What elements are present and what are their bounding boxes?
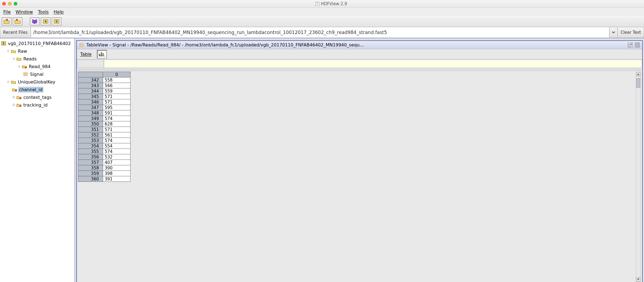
close-icon[interactable] bbox=[2, 2, 6, 5]
table-row[interactable]: 349574 bbox=[78, 116, 131, 121]
row-header[interactable]: 352 bbox=[78, 132, 103, 138]
close-inner-icon[interactable] bbox=[635, 43, 640, 48]
row-header[interactable]: 360 bbox=[78, 176, 103, 182]
object-tree[interactable]: 5 vgb_20170110_FNFAB46402 Raw Reads bbox=[0, 38, 74, 110]
cell-value[interactable]: 398 bbox=[103, 171, 131, 176]
toggle-icon[interactable] bbox=[7, 49, 10, 53]
row-header[interactable]: 346 bbox=[78, 99, 103, 105]
col-header-0[interactable]: 0 bbox=[103, 72, 131, 77]
row-header[interactable]: 351 bbox=[78, 127, 103, 132]
row-header[interactable]: 349 bbox=[78, 116, 103, 121]
tree-node-tracking-id[interactable]: tracking_id bbox=[1, 101, 74, 109]
maximize-icon[interactable] bbox=[14, 2, 17, 5]
table-row[interactable]: 347595 bbox=[78, 105, 131, 110]
menu-window[interactable]: Window bbox=[16, 9, 33, 15]
table-row[interactable]: 360391 bbox=[78, 176, 131, 182]
cell-value[interactable]: 571 bbox=[103, 127, 131, 132]
cell-ref-box[interactable] bbox=[77, 60, 104, 68]
cell-value[interactable]: 391 bbox=[103, 176, 131, 182]
tree-node-context-tags[interactable]: context_tags bbox=[1, 93, 74, 101]
table-row[interactable]: 358390 bbox=[78, 165, 131, 171]
cell-value[interactable]: 559 bbox=[103, 88, 131, 94]
table-row[interactable]: 357407 bbox=[78, 160, 131, 165]
clear-text-button[interactable]: Clear Text bbox=[618, 27, 644, 38]
file-path-input[interactable]: /home3/ont/lambda_fc1/uploaded/vgb_20170… bbox=[31, 27, 609, 38]
row-header[interactable]: 342 bbox=[78, 77, 103, 83]
scroll-thumb[interactable] bbox=[636, 78, 640, 88]
cell-value[interactable]: 558 bbox=[103, 77, 131, 83]
table-row[interactable]: 350628 bbox=[78, 121, 131, 127]
cell-value[interactable]: 407 bbox=[103, 160, 131, 165]
table-row[interactable]: 342558 bbox=[78, 77, 131, 83]
row-header[interactable]: 358 bbox=[78, 165, 103, 171]
path-dropdown-button[interactable] bbox=[609, 27, 618, 38]
chart-button[interactable] bbox=[97, 50, 107, 58]
close-file-button[interactable] bbox=[13, 17, 23, 26]
table-row[interactable]: 348591 bbox=[78, 110, 131, 116]
tree-node-read984[interactable]: Read_984 bbox=[1, 63, 74, 70]
row-header[interactable]: 345 bbox=[78, 94, 103, 99]
table-row[interactable]: 351571 bbox=[78, 127, 131, 132]
menu-file[interactable]: File bbox=[3, 9, 11, 15]
table-row[interactable]: 352561 bbox=[78, 132, 131, 138]
hdf4-button[interactable]: 4 bbox=[41, 17, 51, 26]
scroll-track[interactable] bbox=[636, 77, 640, 277]
tree-node-signal[interactable]: Signal bbox=[1, 70, 74, 78]
cell-value[interactable]: 591 bbox=[103, 110, 131, 116]
toggle-icon[interactable] bbox=[18, 65, 21, 68]
table-row[interactable]: 344559 bbox=[78, 88, 131, 94]
scroll-up-icon[interactable] bbox=[636, 72, 640, 76]
cell-value[interactable]: 390 bbox=[103, 165, 131, 171]
table-row[interactable]: 343566 bbox=[78, 83, 131, 88]
cell-value[interactable]: 561 bbox=[103, 132, 131, 138]
row-header[interactable]: 356 bbox=[78, 154, 103, 160]
cell-value[interactable]: 574 bbox=[103, 149, 131, 154]
table-row[interactable]: 353574 bbox=[78, 138, 131, 143]
cell-value[interactable]: 571 bbox=[103, 94, 131, 99]
formula-bar[interactable] bbox=[104, 60, 642, 68]
row-header[interactable]: 357 bbox=[78, 160, 103, 165]
cell-value[interactable]: 532 bbox=[103, 154, 131, 160]
tree-node-reads[interactable]: Reads bbox=[1, 55, 74, 63]
maximize-inner-icon[interactable] bbox=[628, 43, 633, 48]
toggle-icon[interactable] bbox=[7, 80, 10, 83]
row-header[interactable]: 344 bbox=[78, 88, 103, 94]
row-header[interactable]: 355 bbox=[78, 149, 103, 154]
table-row[interactable]: 356532 bbox=[78, 154, 131, 160]
cell-value[interactable]: 571 bbox=[103, 99, 131, 105]
cell-value[interactable]: 566 bbox=[103, 83, 131, 88]
table-row[interactable]: 354554 bbox=[78, 143, 131, 149]
row-header[interactable]: 347 bbox=[78, 105, 103, 110]
row-header[interactable]: 350 bbox=[78, 121, 103, 127]
table-row[interactable]: 346571 bbox=[78, 99, 131, 105]
open-file-button[interactable] bbox=[2, 17, 12, 26]
minimize-icon[interactable] bbox=[8, 2, 12, 5]
hdf5-button[interactable]: 5 bbox=[52, 17, 62, 26]
table-row[interactable]: 359398 bbox=[78, 171, 131, 176]
tableview-titlebar[interactable]: TableView - Signal - /Raw/Reads/Read_984… bbox=[77, 41, 642, 49]
scroll-down-icon[interactable] bbox=[636, 278, 640, 281]
row-header[interactable]: 348 bbox=[78, 110, 103, 116]
toggle-closed-icon[interactable] bbox=[12, 96, 15, 99]
cell-value[interactable]: 574 bbox=[103, 116, 131, 121]
row-header[interactable]: 353 bbox=[78, 138, 103, 143]
tree-node-raw[interactable]: Raw bbox=[1, 47, 74, 55]
help-button[interactable] bbox=[30, 17, 40, 26]
cell-value[interactable]: 554 bbox=[103, 143, 131, 149]
tree-root[interactable]: 5 vgb_20170110_FNFAB46402 bbox=[1, 40, 74, 47]
menu-help[interactable]: Help bbox=[54, 9, 63, 15]
cell-value[interactable]: 595 bbox=[103, 105, 131, 110]
row-header[interactable]: 359 bbox=[78, 171, 103, 176]
menu-tools[interactable]: Tools bbox=[38, 9, 49, 15]
table-row[interactable]: 345571 bbox=[78, 94, 131, 99]
vertical-scrollbar[interactable] bbox=[635, 72, 641, 282]
tree-node-channel-id[interactable]: channel_id bbox=[1, 86, 74, 93]
tree-node-ugk[interactable]: UniqueGlobalKey bbox=[1, 78, 74, 86]
corner-cell[interactable] bbox=[78, 72, 103, 77]
data-table-area[interactable]: 0 34255834356634455934557134657134759534… bbox=[78, 72, 635, 282]
cell-value[interactable]: 574 bbox=[103, 138, 131, 143]
cell-value[interactable]: 628 bbox=[103, 121, 131, 127]
table-menu[interactable]: Table bbox=[80, 52, 91, 57]
table-row[interactable]: 355574 bbox=[78, 149, 131, 154]
row-header[interactable]: 343 bbox=[78, 83, 103, 88]
